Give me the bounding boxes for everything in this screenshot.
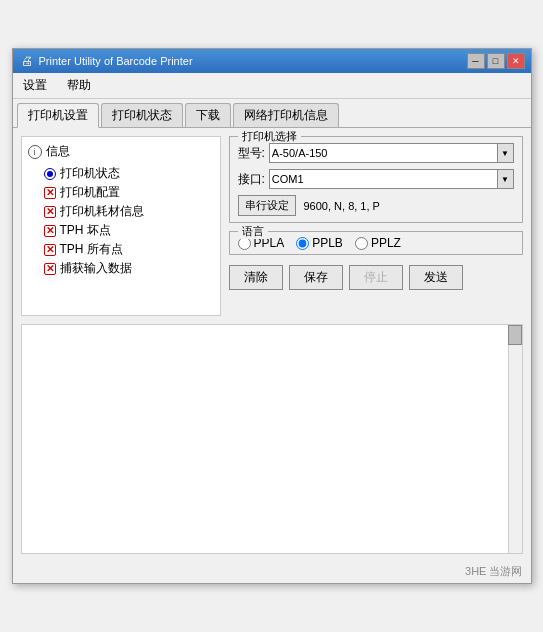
clear-button[interactable]: 清除 <box>229 265 283 290</box>
capture-x-icon: ✕ <box>44 263 56 275</box>
title-bar-buttons: ─ □ ✕ <box>467 53 525 69</box>
printer-selection-group: 打印机选择 型号: A-50/A-150 ▼ 接口: COM1 <box>229 136 523 223</box>
info-icon: i <box>28 145 42 159</box>
minimize-button[interactable]: ─ <box>467 53 485 69</box>
tree-label-media: 打印机耗材信息 <box>60 203 144 220</box>
interface-select-wrapper: COM1 ▼ <box>269 169 514 189</box>
tab-network-info[interactable]: 网络打印机信息 <box>233 103 339 127</box>
radio-pplb: PPLB <box>296 236 343 250</box>
tree-label-tph-all: TPH 所有点 <box>60 241 123 258</box>
interface-select[interactable]: COM1 <box>269 169 514 189</box>
menu-help[interactable]: 帮助 <box>61 75 97 96</box>
interface-label: 接口: <box>238 171 265 188</box>
radio-pplz-input[interactable] <box>355 237 368 250</box>
model-label: 型号: <box>238 145 265 162</box>
interface-row: 接口: COM1 ▼ <box>238 169 514 189</box>
maximize-button[interactable]: □ <box>487 53 505 69</box>
menu-bar: 设置 帮助 <box>13 73 531 99</box>
radio-pplz: PPLZ <box>355 236 401 250</box>
model-row: 型号: A-50/A-150 ▼ <box>238 143 514 163</box>
close-button[interactable]: ✕ <box>507 53 525 69</box>
title-bar: 🖨 Printer Utility of Barcode Printer ─ □… <box>13 49 531 73</box>
stop-button[interactable]: 停止 <box>349 265 403 290</box>
save-button[interactable]: 保存 <box>289 265 343 290</box>
action-button-row: 清除 保存 停止 发送 <box>229 265 523 290</box>
tree-item-media[interactable]: ✕ 打印机耗材信息 <box>28 202 214 221</box>
info-section-header: i 信息 <box>28 143 214 160</box>
window-title: Printer Utility of Barcode Printer <box>39 55 193 67</box>
serial-value: 9600, N, 8, 1, P <box>300 199 384 213</box>
send-button[interactable]: 发送 <box>409 265 463 290</box>
language-group: 语言 PPLA PPLB PPLZ <box>229 231 523 255</box>
scrollbar-thumb[interactable] <box>508 325 522 345</box>
tree-item-config[interactable]: ✕ 打印机配置 <box>28 183 214 202</box>
media-x-icon: ✕ <box>44 206 56 218</box>
serial-settings-button[interactable]: 串行设定 <box>238 195 296 216</box>
tree-item-status[interactable]: 打印机状态 <box>28 164 214 183</box>
watermark-bar: 3HE 当游网 <box>13 562 531 583</box>
tab-printer-settings[interactable]: 打印机设置 <box>17 103 99 128</box>
scrollbar-track <box>508 325 522 553</box>
model-select[interactable]: A-50/A-150 <box>269 143 514 163</box>
language-radio-row: PPLA PPLB PPLZ <box>238 236 514 250</box>
tree-label-config: 打印机配置 <box>60 184 120 201</box>
tree-label-capture: 捕获输入数据 <box>60 260 132 277</box>
tree-item-tph-bad[interactable]: ✕ TPH 坏点 <box>28 221 214 240</box>
language-title: 语言 <box>238 224 268 239</box>
tree-label-status: 打印机状态 <box>60 165 120 182</box>
printer-selection-title: 打印机选择 <box>238 129 301 144</box>
info-label: 信息 <box>46 143 70 160</box>
printer-icon: 🖨 <box>19 53 35 69</box>
status-check-icon <box>44 168 56 180</box>
model-select-wrapper: A-50/A-150 ▼ <box>269 143 514 163</box>
tab-printer-status[interactable]: 打印机状态 <box>101 103 183 127</box>
right-panel: 打印机选择 型号: A-50/A-150 ▼ 接口: COM1 <box>229 136 523 316</box>
left-panel: i 信息 打印机状态 ✕ 打印机配置 ✕ 打印机耗材信息 ✕ TPH 坏点 ✕ <box>21 136 221 316</box>
main-window: 🖨 Printer Utility of Barcode Printer ─ □… <box>12 48 532 584</box>
config-x-icon: ✕ <box>44 187 56 199</box>
serial-row: 串行设定 9600, N, 8, 1, P <box>238 195 514 216</box>
title-bar-left: 🖨 Printer Utility of Barcode Printer <box>19 53 193 69</box>
output-area[interactable] <box>21 324 523 554</box>
content-area: i 信息 打印机状态 ✕ 打印机配置 ✕ 打印机耗材信息 ✕ TPH 坏点 ✕ <box>13 128 531 324</box>
radio-pplb-label: PPLB <box>312 236 343 250</box>
radio-pplz-label: PPLZ <box>371 236 401 250</box>
tree-label-tph-bad: TPH 坏点 <box>60 222 111 239</box>
menu-settings[interactable]: 设置 <box>17 75 53 96</box>
tph-bad-x-icon: ✕ <box>44 225 56 237</box>
tph-all-x-icon: ✕ <box>44 244 56 256</box>
tab-bar: 打印机设置 打印机状态 下载 网络打印机信息 <box>13 99 531 128</box>
tree-item-tph-all[interactable]: ✕ TPH 所有点 <box>28 240 214 259</box>
tree-item-capture[interactable]: ✕ 捕获输入数据 <box>28 259 214 278</box>
watermark-text: 3HE 当游网 <box>465 565 522 577</box>
tab-download[interactable]: 下载 <box>185 103 231 127</box>
radio-pplb-input[interactable] <box>296 237 309 250</box>
